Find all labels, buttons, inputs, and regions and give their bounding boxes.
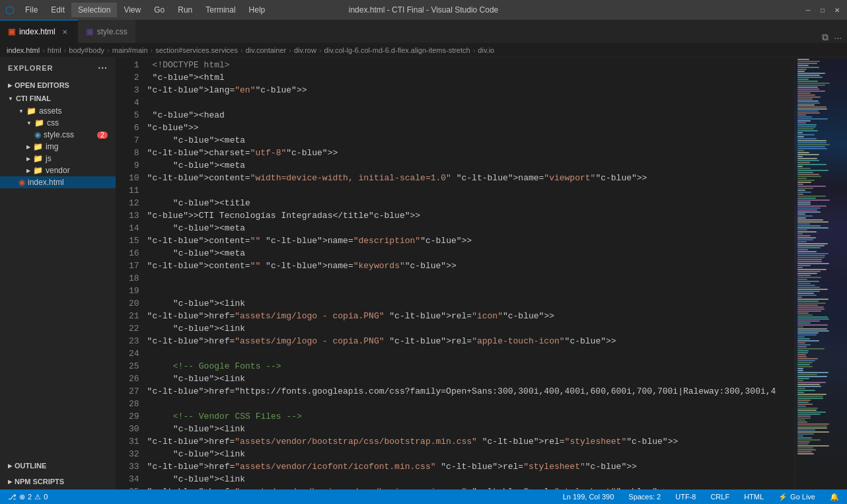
warnings-label: ⚠ <box>34 493 41 501</box>
outline-arrow: ▶ <box>8 463 12 469</box>
menu-go[interactable]: Go <box>147 3 171 17</box>
menu-bar: ⬡ File Edit Selection View Go Run Termin… <box>5 3 272 17</box>
vendor-folder-icon: 📁 <box>33 166 43 175</box>
vendor-label: vendor <box>46 166 70 175</box>
outline-section[interactable]: ▶ OUTLINE <box>0 458 116 474</box>
code-line <box>147 184 794 197</box>
code-line <box>147 272 794 285</box>
code-line: "c-blue"><head <box>147 109 794 122</box>
git-branch[interactable]: ⎇ ⊗ 2 ⚠ 0 <box>5 493 50 501</box>
language-mode[interactable]: HTML <box>741 493 766 501</box>
menu-edit[interactable]: Edit <box>44 3 71 17</box>
tree-css[interactable]: ▼ 📁 css <box>0 117 116 129</box>
vendor-arrow: ▶ <box>26 168 30 174</box>
open-editors-label: OPEN EDITORS <box>15 81 69 89</box>
npm-scripts-section[interactable]: ▶ NPM SCRIPTS <box>0 474 116 489</box>
more-tabs-button[interactable]: ··· <box>834 32 842 43</box>
code-line <box>147 398 794 410</box>
code-line: "c-blue"><html <box>147 71 794 84</box>
indentation[interactable]: Spaces: 2 <box>626 493 663 501</box>
code-line: "c-blue"><link <box>147 322 794 335</box>
img-label: img <box>46 142 58 151</box>
project-name: CTI FINAL <box>16 94 51 102</box>
code-line: "c-blue"><link <box>147 373 794 385</box>
menu-view[interactable]: View <box>117 3 147 17</box>
window-controls: ─ □ ✕ <box>803 5 842 15</box>
menu-help[interactable]: Help <box>242 3 272 17</box>
tab-bar: ▣ index.html ✕ ▣ style.css ⧉ ··· <box>0 20 847 43</box>
editor-area: 1234567891011121314151617181920212223242… <box>116 57 847 489</box>
style-css-icon: ◉ <box>34 130 41 139</box>
breadcrumb-item-1[interactable]: html <box>48 46 61 54</box>
cursor-position[interactable]: Ln 199, Col 390 <box>560 493 617 501</box>
breadcrumb-item-2[interactable]: body#body <box>69 46 104 54</box>
tree-assets[interactable]: ▼ 📁 assets <box>0 105 116 117</box>
npm-arrow: ▶ <box>8 479 12 485</box>
html-icon: ▣ <box>8 27 15 36</box>
breadcrumb-item-7[interactable]: div.col-lg-6.col-md-6.d-flex.align-items… <box>324 46 470 54</box>
code-line <box>147 96 794 109</box>
status-left: ⎇ ⊗ 2 ⚠ 0 <box>5 493 50 501</box>
breadcrumb-item-8[interactable]: div.io <box>478 46 494 54</box>
split-editor-button[interactable]: ⧉ <box>822 32 829 43</box>
tab-index-label: index.html <box>19 27 55 36</box>
notifications-button[interactable]: 🔔 <box>827 493 842 501</box>
tree-style-css[interactable]: ◉ style.css 2 <box>0 129 116 141</box>
explorer-header: EXPLORER ··· <box>0 57 116 79</box>
tree-vendor[interactable]: ▶ 📁 vendor <box>0 164 116 176</box>
menu-file[interactable]: File <box>18 3 44 17</box>
style-css-badge: 2 <box>97 131 108 139</box>
breadcrumb-item-3[interactable]: main#main <box>112 46 148 54</box>
minimap-lines <box>795 57 847 456</box>
assets-folder-icon: 📁 <box>26 106 36 116</box>
breadcrumb-item-0[interactable]: index.html <box>7 46 40 54</box>
tree-index-html[interactable]: ◉ index.html <box>0 176 116 188</box>
live-server-button[interactable]: ⚡ Go Live <box>776 493 818 501</box>
minimap <box>794 57 847 489</box>
errors-label: ⊗ <box>19 493 25 501</box>
style-css-label: style.css <box>44 130 74 139</box>
css-label: css <box>47 118 59 127</box>
menu-run[interactable]: Run <box>171 3 199 17</box>
code-line: "c-blue"><title <box>147 197 794 209</box>
npm-label: NPM SCRIPTS <box>15 478 64 486</box>
tree-img[interactable]: ▶ 📁 img <box>0 141 116 153</box>
img-folder-icon: 📁 <box>33 142 43 151</box>
tab-style-css[interactable]: ▣ style.css <box>78 20 135 43</box>
minimize-button[interactable]: ─ <box>803 5 813 15</box>
tree-js[interactable]: ▶ 📁 js <box>0 153 116 164</box>
code-line: "c-blue"><link <box>147 473 794 486</box>
tab-index-close[interactable]: ✕ <box>59 26 70 37</box>
explorer-more-button[interactable]: ··· <box>98 63 108 73</box>
index-html-label: index.html <box>28 178 64 187</box>
close-button[interactable]: ✕ <box>832 5 842 15</box>
project-section[interactable]: ▼ CTI FINAL <box>0 92 116 105</box>
code-line: "c-blue"><link <box>147 448 794 460</box>
breadcrumb-item-5[interactable]: div.container <box>246 46 287 54</box>
line-ending[interactable]: CRLF <box>708 493 732 501</box>
tab-style-label: style.css <box>97 27 128 36</box>
breadcrumb-item-4[interactable]: section#services.services <box>155 46 238 54</box>
code-line: "c-blue"><link <box>147 297 794 310</box>
maximize-button[interactable]: □ <box>818 5 827 15</box>
code-container[interactable]: 1234567891011121314151617181920212223242… <box>116 57 847 489</box>
title-bar: ⬡ File Edit Selection View Go Run Termin… <box>0 0 847 20</box>
code-line <box>147 347 794 360</box>
code-line: "c-blue"><meta <box>147 134 794 147</box>
live-server-label: Go Live <box>790 493 815 501</box>
css-folder-icon: 📁 <box>34 118 44 127</box>
code-line: "c-blue"><meta <box>147 222 794 234</box>
menu-selection[interactable]: Selection <box>71 3 117 17</box>
errors-count: 2 <box>28 493 32 501</box>
menu-terminal[interactable]: Terminal <box>199 3 242 17</box>
status-right: Ln 199, Col 390 Spaces: 2 UTF-8 CRLF HTM… <box>560 493 842 501</box>
window-title: index.html - CTI Final - Visual Studio C… <box>349 5 499 15</box>
code-editor[interactable]: <!DOCTYPE html>"c-blue"><html "c-lt-blue… <box>147 57 794 489</box>
js-label: js <box>46 154 52 163</box>
breadcrumb-item-6[interactable]: div.row <box>294 46 316 54</box>
assets-label: assets <box>39 106 62 116</box>
tab-index-html[interactable]: ▣ index.html ✕ <box>0 20 78 43</box>
open-editors-arrow: ▶ <box>8 83 12 89</box>
encoding[interactable]: UTF-8 <box>673 493 698 501</box>
open-editors-section[interactable]: ▶ OPEN EDITORS <box>0 79 116 92</box>
